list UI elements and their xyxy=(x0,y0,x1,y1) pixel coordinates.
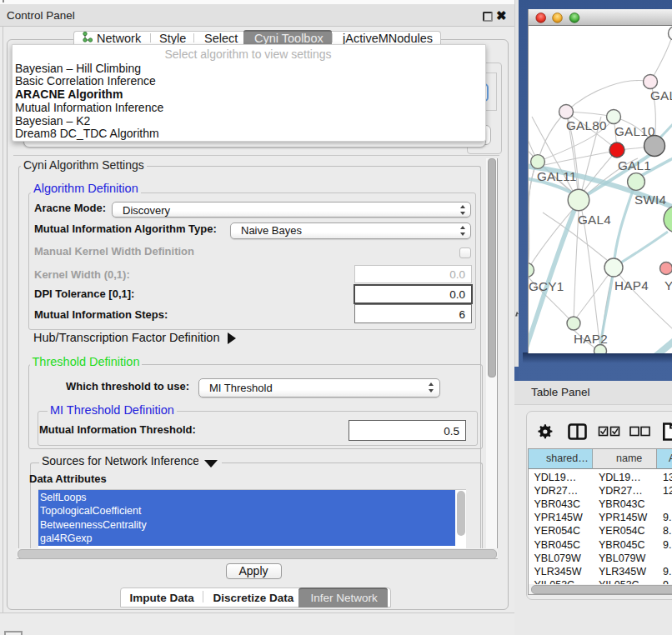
svg-text:GAL11: GAL11 xyxy=(537,169,577,183)
svg-text:GAL2: GAL2 xyxy=(650,88,672,102)
svg-text:SWI4: SWI4 xyxy=(634,192,666,207)
svg-text:HAP2: HAP2 xyxy=(574,332,608,346)
svg-text:HAP4: HAP4 xyxy=(614,278,649,292)
svg-text:GAL10: GAL10 xyxy=(614,124,655,138)
svg-text:GCY1: GCY1 xyxy=(529,279,564,293)
svg-text:Y: Y xyxy=(664,278,672,292)
svg-text:GAL4: GAL4 xyxy=(578,212,611,227)
svg-text:GAL80: GAL80 xyxy=(566,118,607,132)
svg-text:GAL1: GAL1 xyxy=(618,158,651,172)
